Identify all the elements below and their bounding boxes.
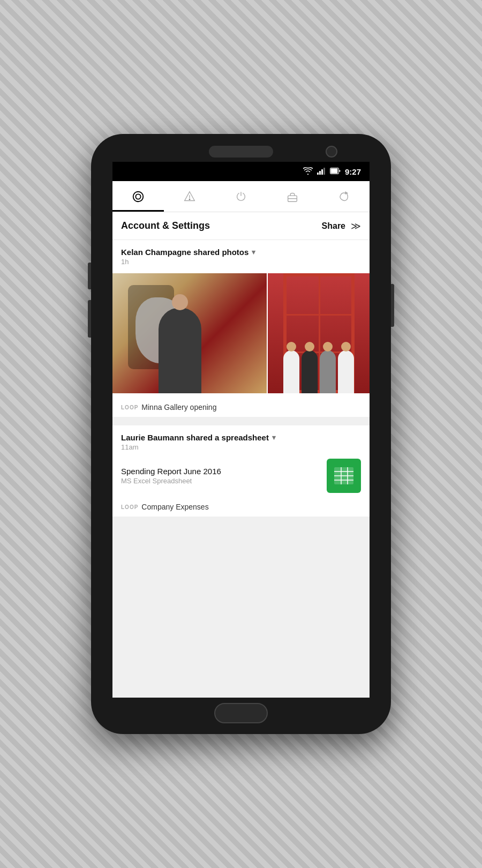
nav-tabs	[112, 181, 370, 212]
photo-group[interactable]	[268, 273, 370, 393]
loop-tag-gallery: LOOP Minna Gallery opening	[112, 398, 370, 417]
status-bar: 9:27	[112, 162, 370, 181]
feed-item-photos: Kelan Champagne shared photos ▾ 1h	[112, 240, 370, 417]
feed-item-actor-photos: Kelan Champagne shared photos	[121, 248, 248, 257]
gallery-person-figure	[159, 308, 201, 393]
tab-briefcase[interactable]	[267, 181, 318, 212]
spreadsheet-attachment[interactable]: Spending Report June 2016 MS Excel Sprea…	[121, 459, 361, 493]
svg-point-9	[189, 199, 190, 199]
feed-item-title-photos: Kelan Champagne shared photos ▾	[121, 248, 361, 257]
spreadsheet-icon[interactable]	[327, 459, 361, 493]
feed: Kelan Champagne shared photos ▾ 1h	[112, 240, 370, 698]
feed-item-time-spreadsheet: 11am	[121, 443, 361, 451]
svg-rect-2	[321, 169, 323, 175]
loop-label-expenses: LOOP	[121, 504, 138, 510]
svg-point-7	[135, 194, 140, 199]
svg-rect-1	[319, 171, 321, 175]
group-photo-bg	[268, 273, 370, 393]
photo-grid	[112, 269, 370, 398]
feed-expand-icon-spreadsheet[interactable]: ▾	[272, 433, 276, 442]
svg-rect-0	[317, 173, 319, 175]
feed-item-actor-spreadsheet: Laurie Baumann shared a spreadsheet	[121, 433, 269, 442]
feed-divider	[112, 421, 370, 425]
phone-device: 9:27	[91, 134, 391, 734]
person-4	[338, 350, 354, 393]
tab-loop[interactable]	[318, 181, 370, 212]
feed-item-time-photos: 1h	[121, 258, 361, 266]
tab-power[interactable]	[215, 181, 267, 212]
battery-icon	[330, 167, 341, 176]
front-camera	[326, 146, 337, 158]
phone-speaker	[209, 146, 273, 158]
svg-rect-3	[323, 168, 325, 175]
svg-rect-5	[330, 169, 337, 174]
loop-name-gallery[interactable]: Minna Gallery opening	[141, 403, 216, 411]
people-group	[268, 309, 370, 393]
loop-label-gallery: LOOP	[121, 405, 138, 410]
status-time: 9:27	[345, 167, 361, 176]
signal-icon	[317, 167, 326, 176]
tab-alerts[interactable]	[164, 181, 215, 212]
photo-art-gallery[interactable]	[112, 273, 267, 393]
share-button[interactable]: Share	[322, 221, 345, 231]
volume-up-button[interactable]	[88, 263, 91, 289]
page-title: Account & Settings	[121, 220, 322, 231]
feed-item-spreadsheet: Laurie Baumann shared a spreadsheet ▾ 11…	[112, 425, 370, 517]
phone-screen: 9:27	[112, 162, 370, 698]
tab-activity[interactable]	[112, 181, 164, 212]
feed-item-title-spreadsheet: Laurie Baumann shared a spreadsheet ▾	[121, 433, 361, 442]
person-2	[302, 350, 318, 393]
feed-item-header-photos: Kelan Champagne shared photos ▾ 1h	[112, 240, 370, 269]
spreadsheet-info: Spending Report June 2016 MS Excel Sprea…	[121, 467, 320, 485]
home-button[interactable]	[214, 703, 268, 723]
chevron-down-icon[interactable]: ≫	[351, 220, 361, 232]
loop-name-expenses[interactable]: Company Expenses	[141, 503, 208, 511]
spreadsheet-title: Spending Report June 2016	[121, 467, 320, 476]
power-button[interactable]	[391, 284, 394, 327]
wifi-icon	[303, 167, 313, 176]
volume-down-button[interactable]	[88, 300, 91, 338]
feed-expand-icon-photos[interactable]: ▾	[252, 248, 255, 256]
person-1	[283, 350, 299, 393]
svg-point-6	[133, 191, 144, 201]
loop-tag-expenses: LOOP Company Expenses	[112, 497, 370, 517]
header-bar: Account & Settings Share ≫	[112, 212, 370, 240]
spreadsheet-type: MS Excel Spreadsheet	[121, 477, 320, 485]
feed-item-header-spreadsheet: Laurie Baumann shared a spreadsheet ▾ 11…	[112, 425, 370, 454]
person-3	[320, 350, 336, 393]
